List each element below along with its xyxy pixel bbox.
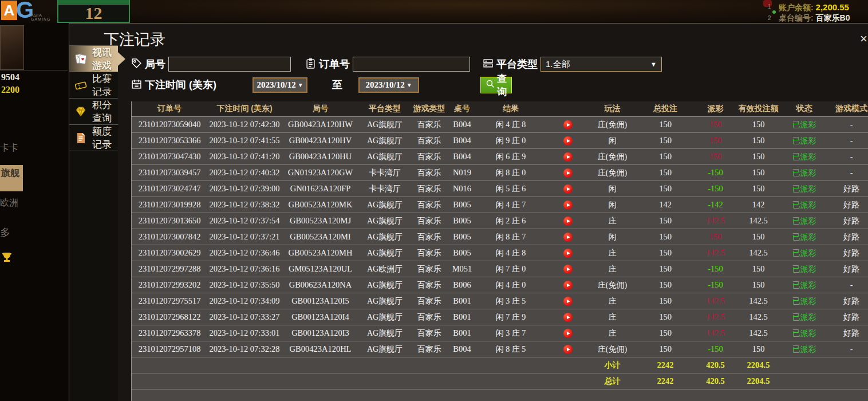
replay-button[interactable] — [563, 313, 573, 322]
cell-payout: 142.5 — [697, 328, 734, 338]
cell-status: 已派彩 — [783, 312, 826, 323]
divider — [0, 70, 68, 70]
col-header: 下注时间 (美东) — [207, 104, 282, 114]
cell-mode: - — [826, 281, 868, 290]
cell-result: 闲 7 庄 9 — [476, 312, 545, 323]
cell-order: 231012073002629 — [132, 248, 207, 258]
cell-total: 150 — [634, 312, 697, 322]
replay-button[interactable] — [563, 200, 573, 210]
cell-bet: 闲 — [591, 200, 634, 210]
cell-table: B004 — [448, 344, 476, 354]
cell-result: 闲 3 庄 5 — [476, 296, 545, 306]
cell-table: B004 — [448, 152, 476, 162]
cell-time: 2023-10-12 07:41:20 — [207, 152, 282, 162]
cell-payout: 150 — [697, 152, 734, 162]
cell-status: 已派彩 — [783, 120, 826, 130]
replay-button[interactable] — [563, 233, 573, 242]
bet-records-modal: 下注记录 × 9视讯游戏比赛记录积分查询额度记录 局号 订单号 — [69, 23, 868, 401]
cell-payout: -150 — [697, 168, 734, 178]
platform-select[interactable]: 1.全部 ▼ — [540, 57, 662, 72]
col-header: 游戏模式 — [826, 104, 868, 114]
table-row: 2310120730474302023-10-12 07:41:20GB0042… — [132, 149, 868, 165]
platform-select-value: 1.全部 — [546, 59, 570, 70]
cell-status: 已派彩 — [783, 248, 826, 258]
cell-replay — [545, 248, 591, 258]
cell-replay — [545, 200, 591, 210]
balance-label: 账户余额: — [779, 3, 814, 12]
cell-game: 百家乐 — [411, 328, 448, 339]
replay-button[interactable] — [563, 217, 573, 226]
replay-button[interactable] — [563, 184, 573, 194]
cell-total: 150 — [634, 280, 697, 290]
cell-game: 百家乐 — [411, 136, 448, 146]
order-input[interactable] — [353, 57, 470, 72]
cell-bet: 庄(免佣) — [591, 152, 634, 162]
countdown-timer: 12 — [57, 0, 130, 23]
list-number: 1 — [768, 3, 771, 10]
date-to-picker[interactable]: 2023/10/12 ▼ — [358, 77, 419, 93]
replay-button[interactable] — [563, 281, 573, 290]
grand-total-row-valid-bet: 2204.5 — [734, 376, 783, 386]
sidebar-item-1[interactable]: 比赛记录 — [69, 72, 118, 99]
sidebar-item-2[interactable]: 积分查询 — [69, 99, 118, 125]
subtotal-row-payout: 420.5 — [697, 360, 734, 370]
cell-mode: - — [826, 345, 868, 354]
table-row: 2310120729755172023-10-12 07:34:09GB0012… — [132, 293, 868, 309]
cell-platform: AG旗舰厅 — [359, 328, 411, 339]
table-row: 2310120730394572023-10-12 07:40:32GN0192… — [132, 165, 868, 181]
cell-platform: AG旗舰厅 — [359, 232, 411, 242]
cell-mode: - — [826, 168, 868, 178]
cell-payout: 150 — [697, 136, 734, 146]
close-icon[interactable]: × — [860, 32, 868, 46]
cell-game: 百家乐 — [411, 344, 448, 355]
cell-round: GB00523A120MK — [282, 200, 359, 210]
cell-status: 已派彩 — [783, 296, 826, 306]
replay-button[interactable] — [563, 265, 573, 274]
cell-platform: AG旗舰厅 — [359, 120, 411, 130]
cell-order: 231012072963378 — [132, 328, 207, 338]
sidebar-item-3[interactable]: 额度记录 — [69, 125, 118, 151]
subtotal-row-label: 小计 — [591, 360, 634, 371]
cell-order: 231012073053366 — [132, 136, 207, 146]
cell-table: B005 — [448, 216, 476, 226]
sidebar-item-label: 比赛记录 — [92, 72, 118, 99]
cell-order: 231012073013650 — [132, 216, 207, 226]
replay-button[interactable] — [563, 136, 573, 146]
cell-bet: 庄 — [591, 248, 634, 258]
round-input[interactable] — [168, 57, 291, 72]
cell-status: 已派彩 — [783, 328, 826, 339]
cell-game: 百家乐 — [411, 280, 448, 290]
cell-platform: AG旗舰厅 — [359, 280, 411, 290]
grand-total-row-total-bet: 2242 — [634, 376, 697, 386]
trophy-icon — [1, 251, 13, 266]
cell-total: 150 — [634, 296, 697, 306]
screen: A G ASIA GAMING 12 1 2 账户余额: 2,200.55 桌台… — [0, 0, 868, 401]
cell-replay — [545, 280, 591, 290]
replay-button[interactable] — [563, 345, 573, 354]
cell-valid: 150 — [734, 264, 783, 274]
cell-mode: 好路 — [826, 312, 868, 323]
cell-game: 百家乐 — [411, 312, 448, 323]
replay-button[interactable] — [563, 297, 573, 306]
search-button[interactable]: 查询 — [480, 77, 512, 93]
table-row: 2310120730136502023-10-12 07:37:54GB0052… — [132, 213, 868, 229]
replay-button[interactable] — [563, 329, 573, 338]
cell-payout: -150 — [697, 264, 734, 274]
sidebar-item-0[interactable]: 9视讯游戏 — [69, 46, 118, 72]
cell-table: B001 — [448, 328, 476, 338]
cell-valid: 142.5 — [734, 312, 783, 322]
cell-total: 150 — [634, 152, 697, 162]
account-balance: 账户余额: 2,200.55 — [779, 2, 849, 13]
replay-button[interactable] — [563, 249, 573, 258]
col-header: 玩法 — [591, 104, 634, 114]
cell-replay — [545, 184, 591, 194]
replay-button[interactable] — [563, 168, 573, 178]
cell-time: 2023-10-12 07:37:21 — [207, 232, 282, 242]
cell-status: 已派彩 — [783, 136, 826, 146]
cell-replay — [545, 312, 591, 323]
replay-button[interactable] — [563, 152, 573, 162]
cell-table: B004 — [448, 120, 476, 129]
cell-result: 闲 4 庄 0 — [476, 280, 545, 290]
date-from-picker[interactable]: 2023/10/12 ▼ — [252, 77, 307, 93]
replay-button[interactable] — [563, 120, 573, 129]
